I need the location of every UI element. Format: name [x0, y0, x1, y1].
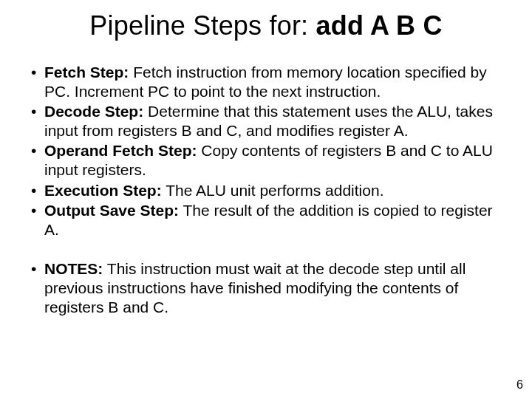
bullet-list-notes: NOTES: This instruction must wait at the… [28, 259, 499, 316]
bullet-text: This instruction must wait at the decode… [44, 260, 466, 315]
slide-body: Fetch Step: Fetch instruction from memor… [28, 63, 499, 318]
bullet-list-main: Fetch Step: Fetch instruction from memor… [28, 63, 499, 239]
bullet-label: Execution Step: [44, 182, 162, 199]
list-item: Operand Fetch Step: Copy contents of reg… [28, 141, 499, 179]
title-bold: add A B C [316, 10, 443, 41]
list-item: Fetch Step: Fetch instruction from memor… [28, 63, 499, 100]
slide: Pipeline Steps for: add A B C Fetch Step… [0, 0, 532, 399]
list-item: NOTES: This instruction must wait at the… [28, 259, 499, 316]
spacer [28, 240, 499, 259]
page-number: 6 [516, 378, 523, 392]
bullet-label: Operand Fetch Step: [44, 142, 197, 159]
slide-title: Pipeline Steps for: add A B C [0, 10, 532, 41]
bullet-label: NOTES: [44, 260, 103, 277]
bullet-text: The ALU unit performs addition. [162, 182, 384, 199]
title-prefix: Pipeline Steps for: [89, 10, 316, 41]
bullet-label: Fetch Step: [44, 64, 129, 81]
list-item: Output Save Step: The result of the addi… [28, 201, 499, 239]
list-item: Execution Step: The ALU unit performs ad… [28, 181, 499, 200]
bullet-label: Decode Step: [44, 103, 143, 120]
list-item: Decode Step: Determine that this stateme… [28, 102, 499, 140]
bullet-label: Output Save Step: [44, 202, 179, 219]
